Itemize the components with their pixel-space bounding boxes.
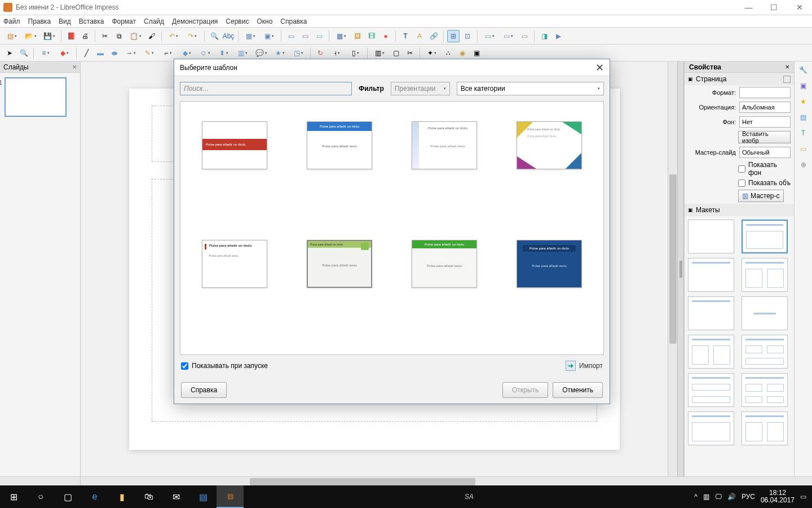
import-button[interactable]: ➜ Импорт [566,361,603,371]
show-on-start-checkbox[interactable] [181,362,188,370]
template-item[interactable]: Pulse para añadir un título Pulse para a… [517,121,582,169]
templates-list: Pulse para añadir un título Pulse para a… [180,101,604,355]
help-button[interactable]: Справка [181,382,227,398]
template-item[interactable]: Pulse para añadir un título Pulse para a… [412,240,477,288]
template-dialog: Выберите шаблон ✕ Поиск... Фильтр Презен… [174,59,610,404]
filter-label: Фильтр [359,85,384,93]
dialog-close-icon[interactable]: ✕ [595,62,604,74]
template-item[interactable]: Pulse para añadir un título Pulse para a… [307,121,372,169]
dialog-title: Выберите шаблон [180,64,237,72]
template-item[interactable]: Pulse para añadir un título Pulse para a… [412,121,477,169]
filter-select[interactable]: Презентации▾ [391,82,450,95]
template-item[interactable]: Pulse para añadir un título Pulse para a… [307,240,372,288]
open-button[interactable]: Открыть [502,382,548,398]
import-icon: ➜ [566,361,576,371]
template-search-input[interactable]: Поиск... [180,82,352,95]
template-item[interactable]: Pulse para añadir un título Pulse para a… [202,240,267,288]
template-item[interactable]: Pulse para añadir un título [202,121,267,169]
show-on-start-check[interactable]: Показывать при запуске [181,362,268,370]
cancel-button[interactable]: Отменить [553,382,603,398]
template-item[interactable]: Pulse para añadir un título Pulse para a… [517,240,582,288]
category-select[interactable]: Все категории▾ [457,82,604,95]
